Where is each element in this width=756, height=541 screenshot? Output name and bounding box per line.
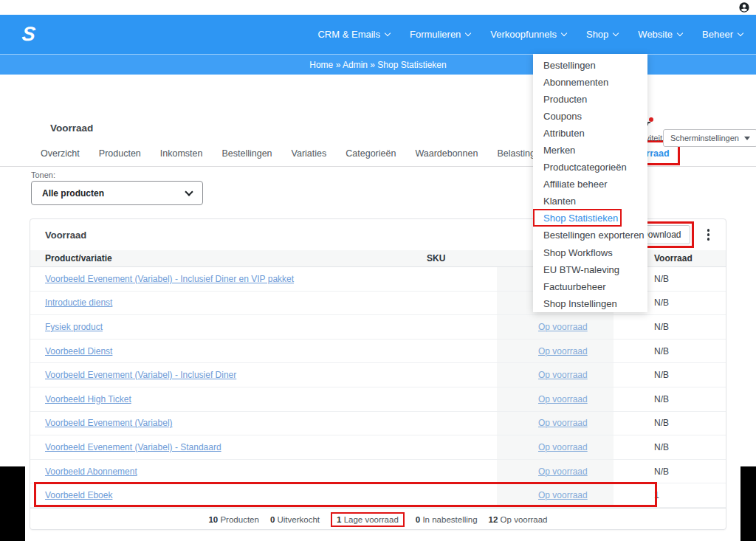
tab-waardebonnen[interactable]: Waardebonnen: [415, 148, 478, 159]
nav-item-shop[interactable]: Shop: [586, 29, 618, 40]
nav-label: Shop: [586, 29, 608, 40]
nav-label: Formulieren: [410, 29, 461, 40]
nav-item-formulieren[interactable]: Formulieren: [410, 29, 470, 40]
table-row: Voorbeeld High Ticket Op voorraad N/B: [30, 387, 726, 412]
summary-count: 0: [416, 515, 420, 524]
tab-categorieen[interactable]: Categorieën: [346, 148, 396, 159]
chevron-down-icon: [185, 187, 193, 196]
menu-item-bestellingen-exporteren[interactable]: Bestellingen exporteren: [533, 227, 647, 244]
table-row: Voorbeeld Abonnement Op voorraad N/B: [30, 460, 726, 484]
nav-item-website[interactable]: Website: [638, 29, 682, 40]
status-link[interactable]: Op voorraad: [538, 418, 588, 428]
menu-item-producten[interactable]: Producten: [533, 91, 647, 108]
column-header-product: Product/variatie: [30, 250, 423, 266]
menu-item-eu-btw-naleving[interactable]: EU BTW-naleving: [533, 261, 647, 278]
stock-value: N/B: [654, 394, 669, 404]
stock-value: N/B: [654, 274, 669, 284]
status-link[interactable]: Op voorraad: [538, 322, 588, 332]
sku-cell: [423, 460, 497, 483]
card-title: Voorraad: [45, 230, 86, 241]
screen-settings-button[interactable]: Scherminstellingen: [663, 129, 756, 147]
summary-count: 12: [489, 515, 498, 524]
product-filter-select[interactable]: Alle producten: [31, 181, 203, 205]
menu-item-productcategorieen[interactable]: Productcategorieën: [533, 159, 647, 176]
tab-bestellingen[interactable]: Bestellingen: [221, 148, 272, 159]
summary-instock: 12 Op voorraad: [489, 515, 548, 524]
menu-item-affiliate-beheer[interactable]: Affiliate beheer: [533, 176, 647, 193]
product-link[interactable]: Fysiek product: [45, 322, 103, 332]
menu-item-klanten[interactable]: Klanten: [533, 193, 647, 210]
shop-statistics-page: S CRM & Emails Formulieren Verkoopfunnel…: [0, 0, 756, 541]
summary-lowstock-highlighted: 1 Lage voorraad: [331, 512, 405, 527]
menu-item-attributen[interactable]: Attributen: [533, 125, 647, 142]
product-link[interactable]: Voorbeeld Eboek: [45, 490, 112, 500]
status-link[interactable]: Op voorraad: [538, 466, 588, 477]
nav-item-verkoopfunnels[interactable]: Verkoopfunnels: [490, 29, 566, 40]
product-link[interactable]: Voorbeeld Dienst: [45, 346, 112, 356]
sku-cell: [423, 412, 497, 435]
shop-dropdown-menu: Bestellingen Abonnementen Producten Coup…: [533, 54, 647, 312]
menu-item-factuurbeheer[interactable]: Factuurbeheer: [533, 278, 647, 295]
status-link[interactable]: Op voorraad: [538, 394, 588, 404]
menu-item-shop-workflows[interactable]: Shop Workflows: [533, 244, 647, 261]
nav-label: CRM & Emails: [317, 29, 380, 40]
product-link[interactable]: Voorbeeld Evenement (Variabel) - Inclusi…: [45, 370, 236, 380]
status-link[interactable]: Op voorraad: [538, 370, 588, 380]
sku-cell: [423, 483, 497, 507]
status-link[interactable]: Op voorraad: [538, 490, 588, 500]
summary-count: 1: [337, 515, 341, 524]
table-summary: 10 Producten 0 Uitverkocht 1 Lage voorra…: [30, 508, 726, 531]
kebab-menu-button[interactable]: [703, 226, 715, 244]
product-link[interactable]: Voorbeeld High Ticket: [45, 394, 131, 404]
product-link[interactable]: Voorbeeld Evenement (Variabel) - Standaa…: [45, 442, 221, 452]
stock-value: 1: [654, 490, 659, 500]
status-link[interactable]: Op voorraad: [538, 442, 588, 452]
tab-producten[interactable]: Producten: [99, 148, 141, 159]
account-icon[interactable]: [738, 1, 750, 13]
summary-count: 0: [270, 515, 275, 524]
sku-cell: [423, 315, 497, 339]
column-header-sku: SKU: [423, 250, 497, 266]
filter-selected-value: Alle producten: [42, 188, 186, 199]
status-link[interactable]: Op voorraad: [538, 346, 588, 356]
product-link[interactable]: Voorbeeld Evenement (Variabel) - Inclusi…: [45, 274, 294, 284]
summary-label: Producten: [220, 515, 258, 524]
stock-value: N/B: [654, 466, 669, 477]
stock-value: N/B: [654, 418, 669, 428]
screen-settings-label: Scherminstellingen: [670, 134, 739, 142]
sku-cell: [423, 363, 497, 387]
show-label: Tonen:: [31, 170, 55, 179]
nav-item-beheer[interactable]: Beheer: [702, 29, 743, 40]
menu-item-abonnementen[interactable]: Abonnementen: [533, 74, 647, 91]
tab-overzicht[interactable]: Overzicht: [41, 148, 80, 159]
stock-value: N/B: [654, 370, 669, 380]
menu-item-shop-instellingen[interactable]: Shop Instellingen: [533, 295, 647, 312]
menu-item-shop-statistieken[interactable]: Shop Statistieken: [533, 210, 647, 227]
tab-variaties[interactable]: Variaties: [292, 148, 327, 159]
summary-label: Uitverkocht: [278, 515, 320, 524]
chevron-down-icon: [677, 30, 683, 36]
chevron-down-icon: [613, 30, 619, 36]
download-label: Download: [642, 230, 681, 240]
summary-soldout: 0 Uitverkocht: [270, 515, 320, 524]
menu-item-coupons[interactable]: Coupons: [533, 108, 647, 125]
tab-inkomsten[interactable]: Inkomsten: [160, 148, 203, 159]
summary-products: 10 Producten: [208, 515, 258, 524]
nav-label: Verkoopfunnels: [490, 29, 557, 40]
product-link[interactable]: Voorbeeld Evenement (Variabel): [45, 418, 173, 428]
letterbox-bar-left: [0, 466, 25, 541]
sku-cell: [423, 292, 497, 315]
product-link[interactable]: Voorbeeld Abonnement: [45, 466, 137, 477]
nav-label: Beheer: [702, 29, 733, 40]
table-row-highlighted: Voorbeeld Eboek Op voorraad 1: [30, 483, 726, 508]
menu-item-merken[interactable]: Merken: [533, 142, 647, 159]
app-logo[interactable]: S: [21, 23, 35, 46]
main-navbar: S CRM & Emails Formulieren Verkoopfunnel…: [0, 15, 756, 54]
sku-cell: [423, 435, 497, 459]
menu-item-bestellingen[interactable]: Bestellingen: [533, 57, 647, 74]
menu-item-label: Shop Statistieken: [543, 213, 618, 224]
product-link[interactable]: Introductie dienst: [45, 297, 112, 308]
browser-top-strip: [0, 0, 756, 15]
page-title: Voorraad: [50, 123, 93, 134]
nav-item-crm-emails[interactable]: CRM & Emails: [317, 29, 390, 40]
